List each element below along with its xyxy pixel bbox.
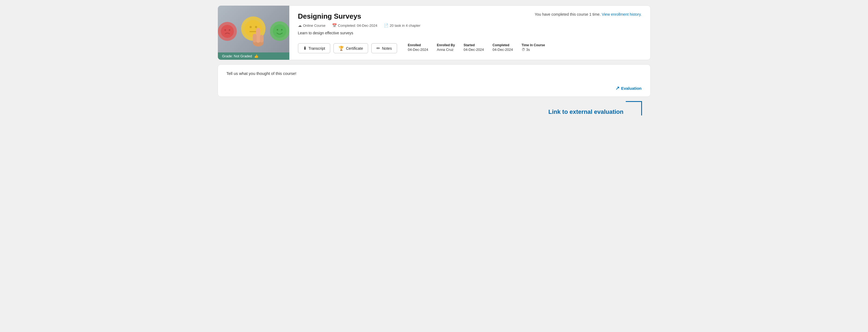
annotation-box: Link to external evaluation <box>548 101 642 115</box>
stats-grid: Enrolled 04-Dec-2024 Enrolled By Anna Cr… <box>408 43 545 52</box>
clock-icon: ⏱ <box>522 47 525 52</box>
svg-point-9 <box>281 29 283 31</box>
svg-rect-13 <box>260 35 264 42</box>
started-label: Started <box>464 43 484 47</box>
calendar-icon: 📅 <box>332 23 337 28</box>
enrolled-date: 04-Dec-2024 <box>408 47 428 52</box>
transcript-label: Transcript <box>309 46 325 51</box>
course-card: Grade: Not Graded 👍 Designing Surveys Yo… <box>218 5 651 60</box>
annotation-text: Link to external evaluation <box>548 108 624 115</box>
doc-icon: 📄 <box>384 23 389 28</box>
started-date: 04-Dec-2024 <box>464 47 484 52</box>
annotation-vertical-line <box>641 102 642 115</box>
action-buttons: ⬇ Transcript 🏆 Certificate ✏ Notes <box>298 43 397 53</box>
annotation-section: Link to external evaluation <box>218 101 651 115</box>
grade-bar: Grade: Not Graded 👍 <box>218 53 289 60</box>
notes-icon: ✏ <box>376 46 380 51</box>
completed-date-label: Completed: 04-Dec-2024 <box>338 24 377 28</box>
completed-date-meta: 📅 Completed: 04-Dec-2024 <box>332 23 377 28</box>
happy-emoji <box>270 21 289 41</box>
evaluation-card: Tell us what you thought of this course!… <box>218 64 651 97</box>
svg-point-1 <box>224 29 226 31</box>
enrolled-label: Enrolled <box>408 43 428 47</box>
svg-point-0 <box>221 25 234 38</box>
course-description: Learn to design effective surveys <box>298 31 642 35</box>
sad-emoji <box>218 22 237 41</box>
finger-illustration <box>250 23 266 48</box>
course-details: Designing Surveys You have completed thi… <box>289 6 650 60</box>
share-icon: ↗ <box>616 85 620 91</box>
tasks-meta: 📄 20 task in 4 chapter <box>384 23 420 28</box>
enrolled-by-stat: Enrolled By Anna Cruz <box>437 43 455 52</box>
view-history-link[interactable]: View enrollment history. <box>602 12 642 16</box>
page-wrapper: Grade: Not Graded 👍 Designing Surveys Yo… <box>218 5 651 115</box>
annotation-lines <box>626 101 642 115</box>
actions-and-stats: ⬇ Transcript 🏆 Certificate ✏ Notes Enrol… <box>298 43 642 53</box>
evaluation-text: Tell us what you thought of this course! <box>226 71 642 76</box>
completed-label: Completed <box>493 43 513 47</box>
course-image-bg <box>218 6 289 60</box>
evaluation-link-label: Evaluation <box>621 86 642 91</box>
certificate-icon: 🏆 <box>339 46 344 51</box>
enrolled-stat: Enrolled 04-Dec-2024 <box>408 43 428 52</box>
notes-button[interactable]: ✏ Notes <box>371 43 397 53</box>
transcript-button[interactable]: ⬇ Transcript <box>298 43 331 53</box>
completion-message: You have completed this course 1 time. <box>534 12 600 16</box>
certificate-label: Certificate <box>346 46 363 51</box>
svg-point-7 <box>273 24 286 38</box>
started-stat: Started 04-Dec-2024 <box>464 43 484 52</box>
completed-stat: Completed 04-Dec-2024 <box>493 43 513 52</box>
tasks-label: 20 task in 4 chapter <box>390 24 420 28</box>
enrolled-by-name: Anna Cruz <box>437 47 455 52</box>
svg-rect-11 <box>256 28 260 43</box>
evaluation-link[interactable]: ↗ Evaluation <box>616 85 642 91</box>
time-in-course-label: Time In Course <box>522 43 545 47</box>
course-image-wrapper: Grade: Not Graded 👍 <box>218 6 289 60</box>
notes-label: Notes <box>382 46 392 51</box>
cloud-icon: ☁ <box>298 23 302 28</box>
completed-date2: 04-Dec-2024 <box>493 47 513 52</box>
certificate-button[interactable]: 🏆 Certificate <box>334 43 368 53</box>
annotation-horizontal-line <box>626 101 642 102</box>
grade-label: Grade: Not Graded <box>222 54 252 58</box>
course-header-row: Designing Surveys You have completed thi… <box>298 12 642 21</box>
course-title: Designing Surveys <box>298 12 361 21</box>
enrolled-by-label: Enrolled By <box>437 43 455 47</box>
course-type-label: Online Course <box>303 24 326 28</box>
svg-point-2 <box>229 29 230 31</box>
svg-point-8 <box>277 29 278 31</box>
thumb-icon: 👍 <box>254 54 258 58</box>
completion-text: You have completed this course 1 time. V… <box>534 12 642 16</box>
time-in-course-stat: Time In Course ⏱ 3s <box>522 43 545 52</box>
meta-row: ☁ Online Course 📅 Completed: 04-Dec-2024… <box>298 23 642 28</box>
eval-link-row: ↗ Evaluation <box>226 81 642 91</box>
transcript-icon: ⬇ <box>303 46 307 51</box>
time-in-course-value: ⏱ 3s <box>522 47 545 52</box>
svg-rect-12 <box>253 34 256 42</box>
course-type-meta: ☁ Online Course <box>298 23 326 28</box>
